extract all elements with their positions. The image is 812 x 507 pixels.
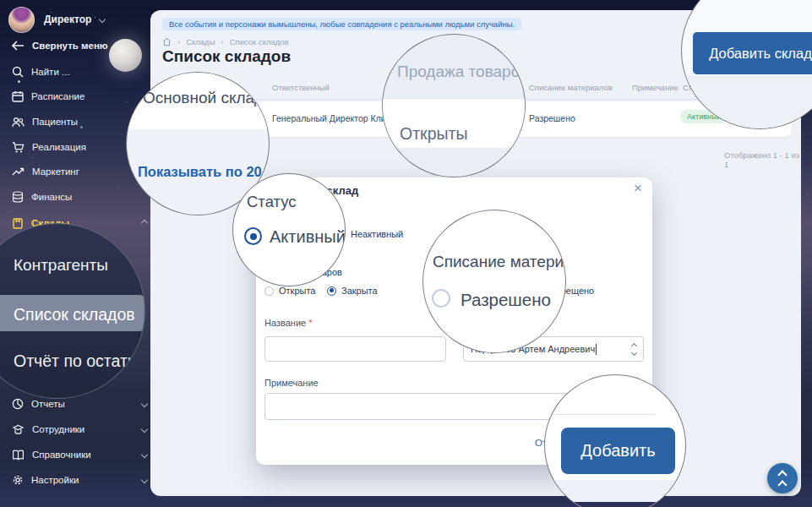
chevron-up-icon [777,480,787,489]
radio-unselected-zoom[interactable] [432,289,450,308]
radio-status-inactive[interactable]: Неактивный [336,229,403,239]
stars-decoration [0,0,1,1]
sidebar-item-label: Справочники [32,450,91,460]
sidebar-item-label: Настройки [31,475,79,485]
chevron-up-icon [777,470,787,479]
column-header-responsible: Ответственный [272,83,330,92]
pie-chart-icon [12,398,24,410]
app-window: Директор Свернуть меню Найти ... Расписа… [0,0,812,507]
breadcrumb-separator: › [177,37,180,46]
submenu-item-warehouse-list-zoom[interactable]: Список складов [14,305,135,324]
radio-label: Закрыта [341,286,378,296]
warehouse-box-icon [12,217,24,229]
user-menu[interactable]: Директор [44,14,105,25]
textarea-edge-zoom [545,414,655,415]
lens-submit-button: Добавить [544,374,686,507]
radio-sales-closed[interactable]: Закрыта [327,286,378,296]
sidebar-item-patients[interactable]: Пациенты [12,114,147,129]
radio-label: Неактивный [351,229,403,239]
book-icon [12,450,25,461]
chevron-down-icon [141,426,148,433]
lens-status-radio: Статус Активный [232,173,346,286]
writeoff-label-zoom: Списание материалов [433,253,566,271]
sidebar-item-reports[interactable]: Отчеты [12,396,147,412]
disclaimer-banner: Все события и персонажи вымышлены, любые… [162,18,521,30]
staff-badge-icon [12,424,25,435]
scroll-to-top-button[interactable] [767,463,798,493]
patients-icon [12,117,25,128]
sidebar-item-marketing[interactable]: Маркетинг [12,164,147,179]
home-icon[interactable] [162,37,172,46]
chevron-down-icon [141,451,148,458]
add-warehouse-button-zoom[interactable]: Добавить склад [693,32,812,74]
cart-icon [12,142,25,153]
note-field-label: Примечание [264,378,319,388]
column-header-note: Примечание [632,83,678,92]
sidebar-search[interactable]: Найти ... [12,64,147,79]
gear-icon [12,474,24,486]
coins-icon [12,191,24,203]
cell-writeoff: Разрешено [529,113,575,123]
submit-button-zoom[interactable]: Добавить [561,428,675,474]
sales-header-zoom: Продажа товаров [397,63,526,81]
breadcrumb-item[interactable]: Склады [186,37,215,46]
calendar-icon [12,90,24,102]
pagination-summary: Отображено 1 - 1 из 1 [724,150,801,169]
breadcrumb: › Склады › Список складов [162,37,289,46]
status-label-zoom: Статус [247,193,296,211]
bottom-strip [0,496,812,507]
writeoff-allowed-zoom: Разрешено [460,290,551,310]
chevron-up-icon [141,220,148,226]
radio-selected-zoom[interactable] [244,227,262,245]
avatar[interactable] [8,7,35,33]
sidebar-item-label: Пациенты [32,117,78,127]
chevron-down-icon [141,477,148,483]
required-mark: * [308,318,312,328]
close-icon[interactable]: × [634,180,642,197]
submenu-item-contractors-zoom[interactable]: Контрагенты [14,256,108,275]
lens-sales-column: Продажа товаров Открыты [382,34,526,177]
name-input[interactable] [264,336,446,362]
collapse-menu-label: Свернуть меню [32,41,108,51]
sales-value-zoom: Открыты [400,124,467,144]
collapse-menu-button[interactable]: Свернуть меню [12,38,147,53]
select-spinner-icon [632,344,636,355]
column-header-writeoff: Списание материалов [529,83,613,92]
page-size-zoom[interactable]: Показывать по 20 [138,164,262,180]
warehouse-name-zoom: Основной склад [143,89,264,107]
name-field-label: Название * [264,318,313,328]
sidebar-item-settings[interactable]: Настройки [12,472,147,488]
chevron-down-icon [141,401,148,407]
trend-icon [12,166,25,177]
sidebar-item-finance[interactable]: Финансы [12,189,147,204]
status-active-zoom: Активный [270,227,346,247]
sidebar-item-label: Расписание [31,91,84,101]
sidebar-item-label: Отчеты [31,399,65,409]
user-role-label: Директор [44,14,91,25]
sidebar-item-label: Сотрудники [32,424,84,434]
breadcrumb-item[interactable]: Список складов [230,37,289,46]
breadcrumb-separator: › [221,37,224,46]
radio-selected-icon[interactable] [327,286,336,296]
radio-sales-open[interactable]: Открыта [264,286,315,296]
search-icon [12,66,24,78]
page-title: Список складов [162,47,291,66]
text-cursor [596,344,597,355]
sidebar-item-schedule[interactable]: Расписание [12,89,147,104]
sidebar-item-directories[interactable]: Справочники [12,447,147,462]
chevron-down-icon [99,16,106,23]
radio-icon[interactable] [264,286,274,296]
lens-writeoff-radio: Списание материалов Разрешено [422,210,566,353]
radio-label: Открыта [279,286,315,296]
sidebar-item-label: Маркетинг [32,166,79,177]
sidebar-item-label: Реализация [32,142,86,152]
arrow-left-icon [12,41,25,51]
sidebar-item-staff[interactable]: Сотрудники [12,422,147,437]
search-label: Найти ... [31,67,70,77]
sidebar-item-label: Финансы [31,192,72,202]
